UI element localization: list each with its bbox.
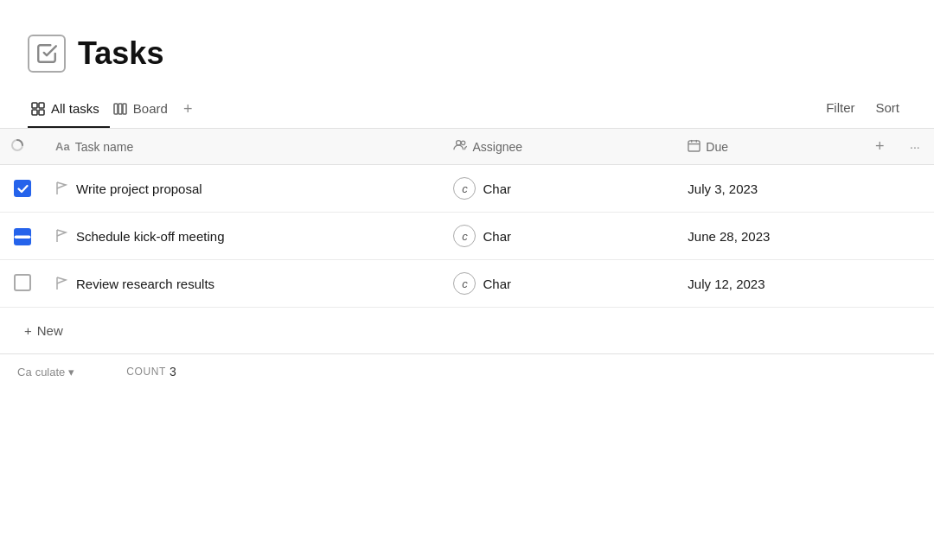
row1-assignee-name: Char [483, 181, 511, 196]
row2-checkbox-cell[interactable] [0, 213, 45, 260]
row2-extra1 [865, 213, 899, 260]
svg-rect-1 [39, 103, 44, 108]
svg-rect-4 [114, 104, 118, 114]
grid-icon [31, 102, 45, 116]
row3-task-name: Review research results [76, 277, 214, 291]
th-add-column[interactable]: + [865, 129, 899, 165]
page: Tasks All tasks Boar [0, 0, 934, 560]
svg-rect-2 [32, 110, 37, 115]
th-due: Due [677, 129, 865, 165]
table-row: Review research results c Char July 12, … [0, 260, 934, 308]
row1-checkbox-cell[interactable] [0, 165, 45, 213]
calendar-icon [688, 139, 700, 155]
tab-board[interactable]: Board [110, 94, 178, 128]
th-more-options[interactable]: ··· [899, 129, 934, 165]
calculate-button[interactable]: Caculate ▾ [17, 366, 74, 379]
new-task-button[interactable]: + New [17, 320, 70, 341]
flag-icon [55, 181, 67, 195]
table-header-row: Aa Task name [0, 129, 934, 165]
calculate-label: Ca [17, 366, 32, 379]
checkbox-minus-icon[interactable] [14, 228, 31, 245]
svg-rect-3 [39, 110, 44, 115]
sort-button[interactable]: Sort [868, 97, 906, 118]
table-footer: + New [0, 308, 934, 353]
checkbox-empty-icon[interactable] [14, 274, 31, 291]
task-table: Aa Task name [0, 129, 934, 308]
svg-point-9 [462, 141, 465, 144]
row3-due-cell: July 12, 2023 [677, 260, 865, 308]
row3-extra2 [899, 260, 934, 308]
row3-assignee-cell: c Char [443, 260, 677, 308]
tabs-bar: All tasks Board + Filter Sort [0, 93, 934, 129]
chevron-down-icon: ▾ [68, 366, 74, 379]
row1-task-name-cell: Write project proposal [45, 165, 443, 213]
row2-task-name-cell: Schedule kick-off meeting [45, 213, 443, 260]
filter-button[interactable]: Filter [819, 97, 861, 118]
flag-icon [55, 229, 67, 243]
page-header: Tasks [0, 35, 934, 93]
board-icon [113, 102, 127, 116]
row3-extra1 [865, 260, 899, 308]
svg-point-8 [457, 141, 461, 145]
count-label: COUNT [126, 366, 166, 378]
text-icon: Aa [55, 140, 70, 153]
row1-due-cell: July 3, 2023 [677, 165, 865, 213]
svg-rect-5 [118, 104, 122, 114]
tab-add-button[interactable]: + [178, 93, 198, 129]
row2-task-name: Schedule kick-off meeting [76, 229, 224, 244]
svg-rect-6 [123, 104, 126, 114]
checkbox-checked-icon[interactable] [14, 180, 31, 197]
tab-all-tasks-label: All tasks [51, 101, 99, 116]
count-value: 3 [170, 365, 176, 379]
row1-task-name: Write project proposal [76, 181, 202, 196]
flag-icon [55, 277, 67, 290]
row1-avatar: c [453, 177, 476, 200]
loading-icon [10, 141, 24, 155]
row3-assignee-name: Char [483, 277, 511, 291]
row2-due-cell: June 28, 2023 [677, 213, 865, 260]
th-assignee: Assignee [443, 129, 677, 165]
row3-avatar: c [453, 272, 476, 295]
table-row: Schedule kick-off meeting c Char June 28… [0, 213, 934, 260]
plus-icon: + [183, 100, 193, 118]
row2-extra2 [899, 213, 934, 260]
row2-avatar: c [453, 225, 476, 247]
svg-rect-0 [32, 103, 37, 108]
calc-footer: Caculate ▾ COUNT 3 [0, 353, 934, 389]
row2-assignee-cell: c Char [443, 213, 677, 260]
people-icon [453, 139, 467, 154]
plus-new-icon: + [24, 323, 32, 338]
row1-extra1 [865, 165, 899, 213]
row2-assignee-name: Char [483, 229, 511, 244]
svg-rect-10 [688, 140, 700, 150]
tasks-app-icon [28, 35, 66, 73]
row1-extra2 [899, 165, 934, 213]
tab-actions-right: Filter Sort [819, 97, 906, 125]
new-label: New [37, 323, 63, 338]
page-title: Tasks [78, 35, 163, 72]
table-row: Write project proposal c Char July 3, 20… [0, 165, 934, 213]
row1-assignee-cell: c Char [443, 165, 677, 213]
tab-board-label: Board [133, 101, 168, 116]
tab-all-tasks[interactable]: All tasks [28, 94, 110, 128]
th-task-name: Aa Task name [45, 129, 443, 165]
row3-checkbox-cell[interactable] [0, 260, 45, 308]
th-checkbox [0, 129, 45, 165]
row3-task-name-cell: Review research results [45, 260, 443, 308]
